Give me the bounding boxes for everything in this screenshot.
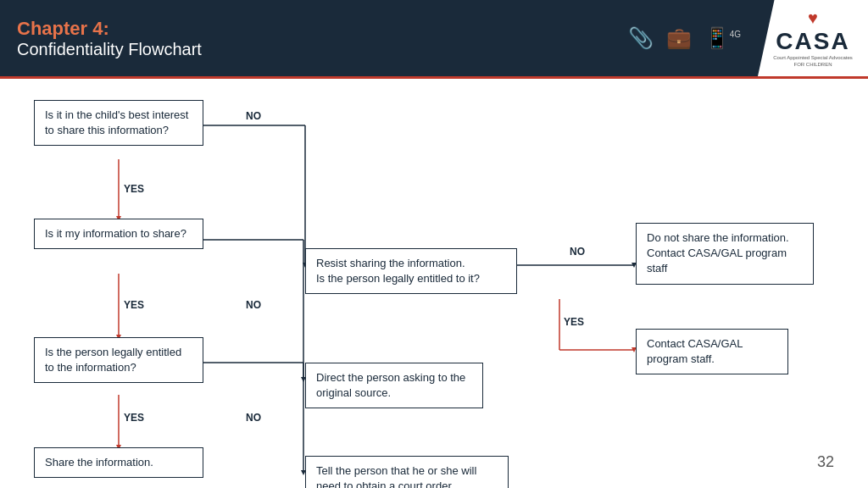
logo-heart-icon: ♥ <box>808 8 818 28</box>
box-m1-text: Resist sharing the information.Is the pe… <box>316 257 480 285</box>
label-yes-3: YES <box>124 412 144 424</box>
box-q4-text: Share the information. <box>45 456 153 469</box>
box-r2: Contact CASA/GAL program staff. <box>636 329 788 374</box>
box-q3: Is the person legally entitled to the in… <box>34 337 203 383</box>
box-r2-text: Contact CASA/GAL program staff. <box>647 337 743 365</box>
box-q1-text: Is it in the child's best interest to sh… <box>45 108 188 136</box>
box-m3-text: Tell the person that he or she will need… <box>316 464 476 488</box>
header-icons: 📎 💼 📱4G <box>628 26 741 50</box>
logo-subtitle: Court Appointed Special AdvocatesFOR CHI… <box>766 55 860 67</box>
box-q3-text: Is the person legally entitled to the in… <box>45 346 181 374</box>
label-yes-1: YES <box>124 183 144 195</box>
box-q1: Is it in the child's best interest to sh… <box>34 100 203 146</box>
box-q2-text: Is it my information to share? <box>45 227 186 240</box>
main-content: NO YES NO YES NO YES NO YES Is it in the… <box>0 79 868 488</box>
flowchart: NO YES NO YES NO YES NO YES Is it in the… <box>17 92 851 475</box>
signal-label: 4G <box>730 30 741 39</box>
label-yes-2: YES <box>124 299 144 311</box>
box-r1-text: Do not share the information. Contact CA… <box>647 231 789 274</box>
box-r1: Do not share the information. Contact CA… <box>636 223 814 285</box>
signal-icon: 📱4G <box>704 26 741 50</box>
subtitle: Confidentiality Flowchart <box>17 40 202 59</box>
box-m2: Direct the person asking to the original… <box>305 363 483 408</box>
label-no-1: NO <box>246 110 261 122</box>
label-no-2: NO <box>246 299 261 311</box>
label-yes-m1: YES <box>564 316 584 328</box>
label-no-m1: NO <box>570 246 585 258</box>
chapter-label: Chapter 4: <box>17 18 202 40</box>
briefcase-icon: 💼 <box>666 26 692 50</box>
box-q2: Is it my information to share? <box>34 219 203 249</box>
header: Chapter 4: Confidentiality Flowchart 📎 💼… <box>0 0 868 76</box>
page-number: 32 <box>817 453 834 471</box>
logo-name: CASA <box>776 28 849 55</box>
box-m1: Resist sharing the information.Is the pe… <box>305 248 517 294</box>
header-title: Chapter 4: Confidentiality Flowchart <box>17 18 202 59</box>
label-no-3: NO <box>246 412 261 424</box>
box-m2-text: Direct the person asking to the original… <box>316 371 465 399</box>
box-q4: Share the information. <box>34 447 203 478</box>
logo-area: ♥ CASA Court Appointed Special Advocates… <box>758 0 868 76</box>
box-m3: Tell the person that he or she will need… <box>305 456 509 488</box>
paperclip-icon: 📎 <box>628 26 654 50</box>
